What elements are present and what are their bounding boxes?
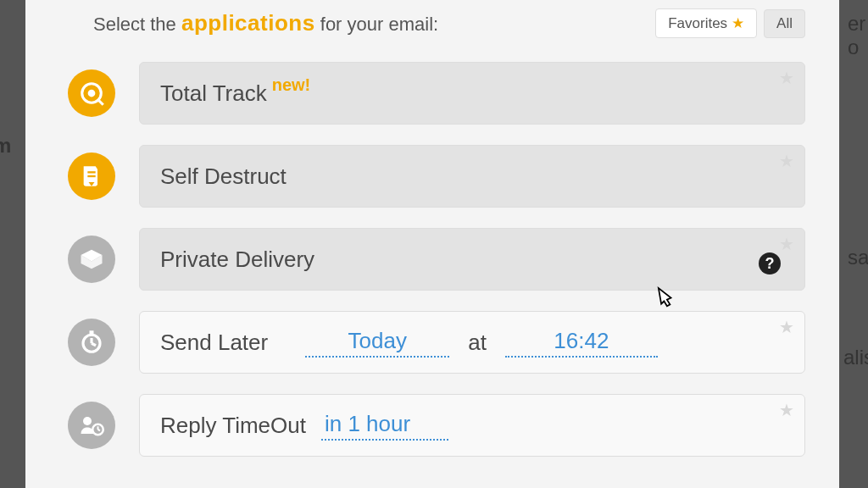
favorites-label: Favorites (668, 15, 727, 32)
applications-panel: Select the applications for your email: … (25, 0, 839, 488)
favorites-filter-button[interactable]: Favorites ★ (655, 8, 757, 38)
send-later-title: Send Later (160, 330, 268, 356)
reply-timeout-input[interactable] (321, 411, 448, 441)
send-later-time-input[interactable] (505, 328, 658, 358)
instruction-text: Select the applications for your email: (93, 10, 438, 36)
total-track-icon (68, 69, 115, 117)
app-row-self-destruct: Self Destruct ★ (68, 145, 805, 208)
applications-list: Total Track new! ★ Self Destruct ★ Priva… (68, 62, 805, 457)
send-later-icon (68, 319, 115, 366)
favorite-star-icon[interactable]: ★ (779, 68, 794, 88)
new-badge: new! (272, 75, 311, 95)
favorite-star-icon[interactable]: ★ (779, 234, 794, 254)
self-destruct-title: Self Destruct (160, 164, 287, 190)
favorite-star-icon[interactable]: ★ (779, 317, 794, 337)
total-track-title: Total Track (160, 80, 267, 107)
filter-buttons: Favorites ★ All (655, 8, 805, 38)
self-destruct-card[interactable]: Self Destruct ★ (139, 145, 805, 208)
svg-line-7 (92, 343, 96, 346)
instruction-suffix: for your email: (315, 14, 439, 35)
app-row-reply-timeout: Reply TimeOut ★ (68, 394, 805, 457)
svg-point-1 (88, 90, 96, 97)
total-track-card[interactable]: Total Track new! ★ (139, 62, 805, 125)
send-later-date-input[interactable] (305, 328, 449, 358)
at-label: at (468, 330, 487, 356)
svg-line-12 (98, 430, 101, 430)
bg-text: alis (843, 346, 868, 369)
star-icon: ★ (732, 14, 744, 32)
send-later-card[interactable]: Send Later at ★ (139, 311, 805, 374)
svg-line-2 (98, 100, 103, 105)
reply-timeout-icon (68, 402, 115, 449)
all-filter-button[interactable]: All (764, 9, 805, 38)
instruction-highlight: applications (181, 10, 315, 36)
bg-text: m (0, 134, 11, 158)
instruction-prefix: Select the (93, 14, 181, 35)
private-delivery-icon (68, 236, 115, 283)
bg-text: er o (848, 12, 868, 59)
svg-rect-3 (87, 171, 95, 173)
favorite-star-icon[interactable]: ★ (779, 151, 794, 171)
reply-timeout-title: Reply TimeOut (160, 413, 306, 439)
favorite-star-icon[interactable]: ★ (779, 400, 794, 420)
help-icon[interactable]: ? (759, 252, 781, 274)
all-label: All (776, 15, 793, 32)
app-row-private-delivery: Private Delivery ? ★ (68, 228, 805, 291)
self-destruct-icon (68, 152, 115, 200)
panel-header: Select the applications for your email: … (68, 8, 805, 38)
private-delivery-title: Private Delivery (160, 247, 314, 273)
app-row-total-track: Total Track new! ★ (68, 62, 805, 125)
bg-text: sa (848, 246, 868, 269)
svg-rect-4 (87, 175, 95, 177)
reply-timeout-card[interactable]: Reply TimeOut ★ (139, 394, 805, 457)
private-delivery-card[interactable]: Private Delivery ? ★ (139, 228, 805, 291)
app-row-send-later: Send Later at ★ (68, 311, 805, 374)
svg-rect-8 (90, 330, 94, 334)
svg-point-9 (83, 417, 92, 425)
